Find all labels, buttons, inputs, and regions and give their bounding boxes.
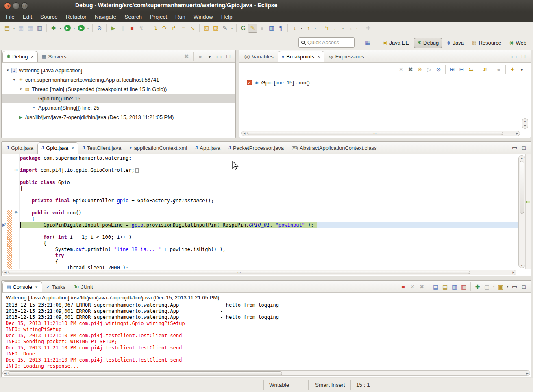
breakpoints-horizontal-scrollbar[interactable]: ◀ ▶	[241, 131, 520, 136]
editor-tab-applicationcontext-xml[interactable]: xapplicationContext.xml	[125, 142, 191, 154]
minimize-view-button[interactable]: ▭	[510, 143, 519, 152]
show-breakpoints-for-selected-button[interactable]: ✳	[415, 65, 424, 74]
previous-annotation-button[interactable]: ↑	[304, 24, 313, 33]
close-tab-icon[interactable]: ✕	[317, 55, 320, 59]
scroll-left-icon[interactable]: ◀	[3, 372, 7, 375]
maximize-view-button[interactable]: □	[519, 52, 528, 61]
console-tab-junit[interactable]: JuJUnit	[70, 281, 97, 292]
debug-tree-row[interactable]: ▼JWatering [Java Application]	[2, 66, 235, 75]
code-line[interactable]: import com.pi4j.io.gpio.GpioController;	[20, 167, 518, 173]
link-with-debug-view-button[interactable]: ⇆	[466, 65, 476, 74]
run-button[interactable]: ▶	[63, 24, 72, 33]
close-window-button[interactable]: ✕	[4, 2, 11, 9]
editor-horizontal-scrollbar[interactable]: ◀ ▶	[2, 270, 516, 275]
menu-refactor[interactable]: Refactor	[62, 13, 91, 21]
console-tab-tasks[interactable]: ✓Tasks	[42, 281, 70, 292]
show-whitespace-button[interactable]: ¶	[276, 24, 285, 33]
search-button[interactable]: ✎	[220, 24, 230, 33]
code-line[interactable]: {	[20, 186, 518, 192]
use-step-filters-button[interactable]: ↘	[188, 24, 197, 33]
expander-icon[interactable]: ▼	[5, 69, 11, 72]
maximize-window-button[interactable]: ▢	[21, 2, 28, 9]
drop-to-frame-button[interactable]: ≡	[178, 24, 188, 33]
code-line[interactable]	[20, 204, 518, 210]
code-line[interactable]: for( int i = 1; i < 100; i++ )	[20, 234, 518, 240]
maximize-view-button[interactable]: □	[224, 52, 233, 61]
back-history-button[interactable]: ←	[331, 24, 341, 33]
perspective-web-button[interactable]: ◉Web	[506, 38, 530, 48]
overview-ruler[interactable]	[525, 154, 531, 269]
open-console-dropdown[interactable]: ▾	[505, 285, 510, 288]
debug-tab-debug[interactable]: ✱Debug✕	[2, 51, 38, 62]
debug-tree-row[interactable]: ▶/usr/lib/jvm/java-7-openjdk/bin/java (D…	[2, 113, 235, 122]
editor-vertical-scrollbar[interactable]: ▲ ▼	[518, 155, 525, 268]
view-menu-button[interactable]: ▾	[517, 65, 526, 74]
menu-search[interactable]: Search	[120, 13, 146, 21]
editor-gutter[interactable]: ⊕⊖▶	[2, 154, 20, 269]
scrollbar-thumb[interactable]	[8, 271, 470, 274]
show-console-on-stdout-button[interactable]: ▥	[450, 282, 459, 291]
scrollbar-thumb[interactable]	[247, 132, 503, 135]
quick-access-input[interactable]	[307, 39, 352, 45]
close-tab-icon[interactable]: ✕	[31, 55, 34, 59]
code-editor[interactable]: ⊕⊖▶ package com.supermanhamuerto.waterin…	[2, 154, 518, 269]
run-external-tool-button[interactable]: ▶	[76, 24, 86, 33]
debug-tree-row[interactable]: ≡App.main(String[]) line: 25	[2, 103, 235, 113]
editor-tab-gpio-java[interactable]: JGpio.java	[2, 142, 37, 154]
toggle-g-tool-button[interactable]: G	[239, 24, 248, 33]
view-menu-button[interactable]: ▾	[205, 52, 214, 61]
debug-tree-row[interactable]: ≡Gpio.run() line: 15	[2, 94, 235, 103]
scrollbar-thumb[interactable]	[520, 161, 524, 214]
code-line[interactable]: {	[20, 240, 518, 247]
next-annotation-button[interactable]: ↓	[290, 24, 299, 33]
step-into-button[interactable]: ↴	[150, 24, 160, 33]
menu-window[interactable]: Window	[189, 13, 217, 21]
console-output[interactable]: 2013-12-15 23:21:08,967 ERROR supermanha…	[6, 302, 523, 369]
breakpoints-tab-expressions[interactable]: xyExpressions	[324, 51, 368, 62]
show-console-on-stderr-button[interactable]: ▥	[459, 282, 468, 291]
code-line[interactable]: {	[20, 216, 518, 222]
collapse-all-button[interactable]: ⊟	[457, 65, 466, 74]
last-edit-location-button[interactable]: ↰	[322, 24, 331, 33]
debug-tab-servers[interactable]: ▦Servers	[38, 51, 70, 62]
new-wizard-button[interactable]: ▤	[2, 24, 12, 33]
menu-source[interactable]: Source	[36, 13, 62, 21]
minimize-window-button[interactable]: –	[13, 2, 20, 9]
breakpoints-tab-breakpoints[interactable]: ●Breakpoints✕	[278, 51, 324, 62]
code-line[interactable]: System.out.println( "line 18 is... " + p…	[20, 247, 518, 253]
scrollbar-thumb[interactable]	[8, 371, 282, 375]
next-annotation-dropdown[interactable]: ▾	[299, 26, 304, 30]
run-dropdown[interactable]: ▾	[72, 26, 76, 30]
expander-icon[interactable]: ▼	[18, 87, 24, 91]
back-history-dropdown[interactable]: ▾	[341, 26, 345, 30]
filter-breakpoints-button[interactable]: ✦	[508, 65, 517, 74]
menu-navigate[interactable]: Navigate	[91, 13, 120, 21]
run-external-tool-dropdown[interactable]: ▾	[86, 26, 90, 30]
console-tab-console[interactable]: ▤Console✕	[2, 281, 42, 292]
debug-dropdown[interactable]: ▾	[58, 26, 63, 30]
print-button[interactable]: ▥	[35, 24, 44, 33]
code-line[interactable]	[20, 173, 518, 180]
debug-tree-row[interactable]: ▼✳com.supermanhamuerto.watering.App at l…	[2, 75, 235, 84]
current-instruction-marker[interactable]	[526, 201, 530, 203]
debug-button[interactable]: ✱	[49, 24, 58, 33]
open-task-button[interactable]: ▨	[211, 24, 220, 33]
skip-all-breakpoints-button[interactable]: ⊘	[95, 24, 104, 33]
fold-expand-icon[interactable]: ⊕	[13, 167, 19, 173]
code-line[interactable]: private final GpioController gpio = Gpio…	[20, 198, 518, 204]
breakpoints-tab-variables[interactable]: (x)Variables	[240, 51, 278, 62]
breakpoint-list-item[interactable]: ✓ ◉ Gpio [line: 15] - run()	[247, 80, 310, 86]
menu-run[interactable]: Run	[171, 13, 189, 21]
debug-tree-row[interactable]: ▼▤Thread [main] (Suspended (breakpoint a…	[2, 84, 235, 94]
scroll-left-icon[interactable]: ◀	[242, 132, 246, 135]
minimize-view-button[interactable]: ▭	[509, 52, 519, 61]
code-line[interactable]	[20, 228, 518, 234]
perspective-debug-button[interactable]: ✱Debug	[414, 38, 442, 48]
minimize-view-button[interactable]: ▭	[214, 52, 224, 61]
editor-tab-gpio-java[interactable]: JGpio.java✕	[37, 142, 78, 154]
clear-console-button[interactable]: ▤	[431, 282, 440, 291]
code-line[interactable]	[20, 161, 518, 167]
code-line[interactable]: {	[20, 259, 518, 265]
expand-all-button[interactable]: ⊞	[448, 65, 457, 74]
scroll-left-icon[interactable]: ◀	[3, 271, 7, 274]
